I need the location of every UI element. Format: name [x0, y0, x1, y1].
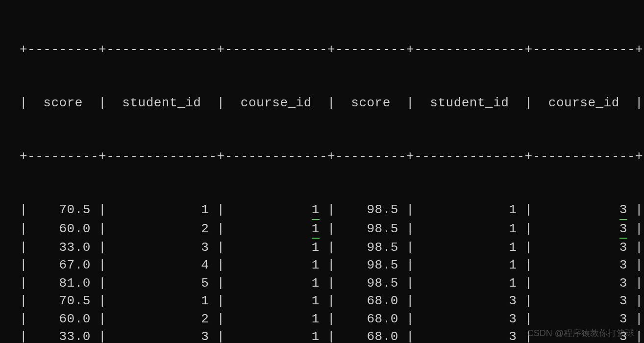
- table-row: | 70.5 | 1 | 1 | 68.0 | 3 | 3 |: [20, 292, 644, 310]
- header-row: | score | student_id | course_id | score…: [20, 94, 644, 112]
- table-row: | 60.0 | 2 | 1 | 68.0 | 3 | 3 |: [20, 310, 644, 328]
- table-row: | 33.0 | 3 | 1 | 98.5 | 1 | 3 |: [20, 239, 644, 256]
- watermark: CSDN @程序猿教你打篮球: [527, 327, 634, 339]
- top-border: +---------+--------------+-------------+…: [20, 41, 644, 58]
- table-row: | 81.0 | 5 | 1 | 98.5 | 1 | 3 |: [20, 274, 644, 292]
- table-row: | 67.0 | 4 | 1 | 98.5 | 1 | 3 |: [20, 256, 644, 274]
- header-border: +---------+--------------+-------------+…: [20, 147, 644, 165]
- ascii-table: +---------+--------------+-------------+…: [0, 5, 644, 343]
- table-row: | 60.0 | 2 | 1 | 98.5 | 1 | 3 |: [20, 220, 644, 239]
- table-row: | 70.5 | 1 | 1 | 98.5 | 1 | 3 |: [20, 201, 644, 220]
